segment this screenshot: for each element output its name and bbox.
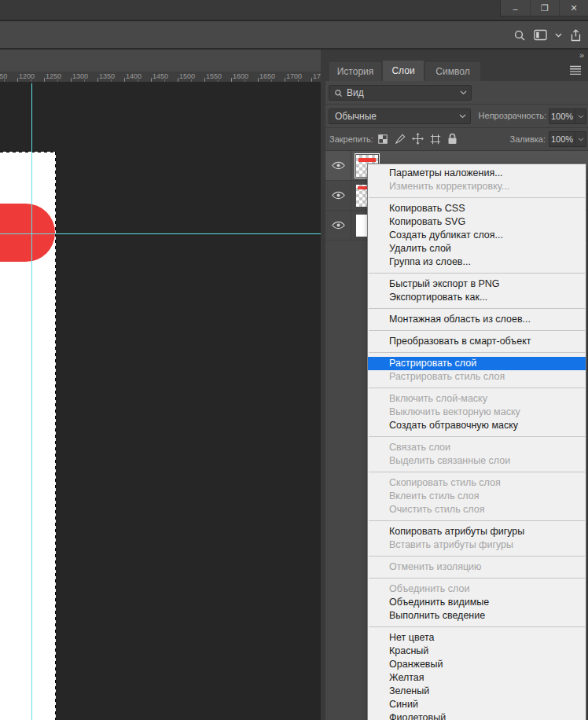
horizontal-ruler[interactable]: 1150120012501300135014001450150015501600…: [0, 72, 321, 83]
photoshop-window: – ❐ ✕ 1150120012501300135014001450150015…: [0, 0, 588, 720]
menu-item: Очистить стиль слоя: [368, 503, 586, 516]
menu-item[interactable]: Растрировать слой: [368, 357, 586, 370]
ruler-tick: [204, 78, 205, 82]
ruler-label: 1400: [126, 72, 141, 80]
lock-image-pixels-icon[interactable]: [395, 134, 406, 145]
menu-item[interactable]: Желтая: [368, 671, 586, 685]
minimize-icon: –: [513, 4, 517, 13]
restore-button[interactable]: ❐: [530, 0, 559, 17]
lock-transparent-pixels-icon[interactable]: [377, 134, 388, 145]
menu-item[interactable]: Группа из слоев...: [368, 255, 586, 269]
menu-item[interactable]: Удалить слой: [368, 242, 586, 255]
menu-item[interactable]: Создать дубликат слоя...: [368, 229, 586, 242]
close-button[interactable]: ✕: [559, 0, 588, 17]
menu-item[interactable]: Выполнить сведение: [368, 609, 586, 623]
panel-tab-bar: История Слои Символ: [325, 61, 588, 81]
menu-item: Выключить векторную маску: [368, 406, 586, 419]
horizontal-guide[interactable]: [0, 233, 321, 234]
fill-input[interactable]: 100%: [549, 131, 575, 147]
opacity-input[interactable]: 100%: [549, 108, 575, 124]
menu-separator: [369, 330, 585, 331]
ruler-tick: [231, 78, 232, 82]
menu-separator: [369, 352, 585, 353]
menu-separator: [369, 472, 585, 472]
vertical-guide[interactable]: [31, 83, 32, 720]
layer-filter-select[interactable]: Вид: [329, 85, 472, 101]
ruler-label: 1300: [72, 72, 88, 80]
layer-1-visibility-toggle[interactable]: [325, 151, 351, 180]
eye-icon: [332, 161, 345, 170]
ruler-label: 1350: [99, 72, 115, 80]
layer-2-visibility-toggle[interactable]: [325, 181, 351, 210]
workspace-chevron-icon[interactable]: [555, 33, 562, 38]
menu-item[interactable]: Синий: [368, 698, 586, 711]
menu-item[interactable]: Оранжевый: [368, 658, 586, 671]
share-icon[interactable]: [570, 29, 582, 42]
menu-item[interactable]: Копировать CSS: [368, 202, 586, 215]
menu-item[interactable]: Монтажная область из слоев...: [368, 313, 586, 326]
workspace-switcher-icon[interactable]: [534, 29, 547, 41]
canvas-area[interactable]: [0, 83, 321, 720]
menu-item[interactable]: Объединить видимые: [368, 596, 586, 609]
filter-search-icon: [334, 89, 343, 97]
menu-item[interactable]: Экспортировать как...: [368, 291, 586, 304]
ruler-tick: [124, 78, 125, 82]
lock-row: Закрепить: Заливка: 100%: [325, 128, 588, 151]
chevron-down-icon: [459, 114, 466, 119]
dock-top-strip: »: [325, 50, 588, 61]
menu-item[interactable]: Копировать атрибуты фигуры: [368, 525, 586, 538]
window-controls: – ❐ ✕: [500, 0, 588, 17]
menu-separator: [369, 197, 585, 198]
tab-character[interactable]: Символ: [425, 62, 480, 81]
ruler-tick: [44, 78, 45, 82]
ruler-label: 1250: [46, 72, 61, 80]
lock-position-icon[interactable]: [412, 133, 424, 145]
search-icon[interactable]: [513, 29, 526, 42]
menu-item: Выделить связанные слои: [368, 454, 586, 468]
menu-item[interactable]: Фиолетовый: [368, 711, 586, 720]
menu-item[interactable]: Создать обтравочную маску: [368, 419, 586, 432]
ruler-label: 1550: [206, 72, 222, 80]
menu-item[interactable]: Быстрый экспорт в PNG: [368, 277, 586, 291]
opacity-label: Непрозрачность:: [474, 105, 546, 127]
menu-item[interactable]: Зеленый: [368, 685, 586, 698]
layer-filter-value: Вид: [347, 87, 364, 98]
blend-mode-row: Обычные Непрозрачность: 100%: [325, 105, 588, 128]
layer-3-visibility-toggle[interactable]: [325, 211, 351, 240]
fill-dropdown-button[interactable]: [575, 131, 586, 147]
menu-separator: [369, 520, 585, 521]
menu-item[interactable]: Красный: [368, 645, 586, 658]
tab-layers[interactable]: Слои: [383, 61, 424, 81]
menu-item[interactable]: Преобразовать в смарт-объект: [368, 335, 586, 348]
ruler-label: 1200: [19, 72, 35, 80]
layer-filter-row: Вид T: [325, 81, 588, 105]
menu-separator: [369, 626, 585, 627]
menu-item[interactable]: Нет цвета: [368, 631, 586, 645]
ruler-tick: [151, 78, 152, 82]
eye-icon: [332, 221, 345, 230]
blend-mode-select[interactable]: Обычные: [329, 108, 471, 124]
ruler-label: 1450: [153, 72, 168, 80]
restore-icon: ❐: [541, 3, 549, 13]
menu-item: Скопировать стиль слоя: [368, 476, 586, 490]
minimize-button[interactable]: –: [501, 0, 530, 17]
menu-item: Изменить корректировку...: [368, 180, 586, 193]
menu-separator: [369, 578, 585, 579]
ruler-tick: [178, 78, 178, 82]
lock-artboard-nesting-icon[interactable]: [430, 134, 441, 145]
menu-separator: [369, 556, 585, 557]
menu-item: Растрировать стиль слоя: [368, 370, 586, 384]
selection-marching-ants-top: [0, 152, 56, 152]
eye-icon: [332, 191, 345, 200]
lock-all-icon[interactable]: [447, 133, 458, 145]
opacity-dropdown-button[interactable]: [575, 108, 586, 124]
menu-item: Объединить слои: [368, 582, 586, 596]
panel-menu-icon[interactable]: [569, 65, 582, 75]
menu-item[interactable]: Параметры наложения...: [368, 167, 586, 180]
menu-item: Включить слой-маску: [368, 392, 586, 406]
collapse-panels-icon[interactable]: »: [579, 50, 583, 61]
menu-item[interactable]: Копировать SVG: [368, 215, 586, 229]
menu-item: Вклеить стиль слоя: [368, 490, 586, 503]
ruler-tick: [17, 78, 18, 82]
tab-history[interactable]: История: [329, 62, 381, 81]
